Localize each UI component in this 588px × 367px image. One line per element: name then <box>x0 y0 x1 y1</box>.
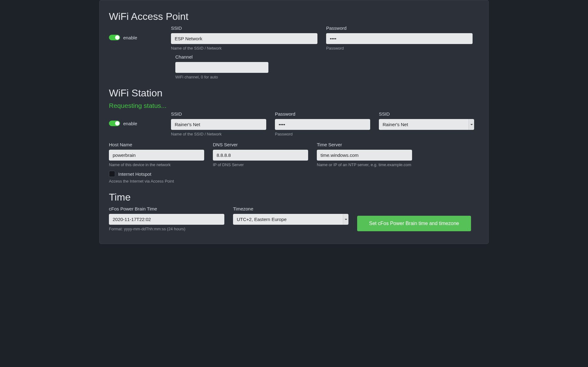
device-time-label: cFos Power Brain Time <box>109 206 224 211</box>
ap-ssid-input[interactable] <box>171 33 317 44</box>
timeserver-input[interactable] <box>317 150 412 161</box>
dns-input[interactable] <box>213 150 308 161</box>
timeserver-help: Name or IP of an NTP server, e.g. time.e… <box>317 162 412 167</box>
station-password-help: Password <box>275 132 370 136</box>
timezone-label: Timezone <box>233 206 348 211</box>
station-enable-label: enable <box>123 121 137 126</box>
hostname-label: Host Name <box>109 142 204 147</box>
ap-row-1: enable SSID Name of the SSID / Network P… <box>105 25 483 54</box>
device-time-input[interactable] <box>109 214 224 225</box>
station-enable-toggle[interactable]: enable <box>109 121 137 126</box>
ap-ssid-label: SSID <box>171 25 317 31</box>
timezone-select[interactable] <box>233 214 348 225</box>
time-row: cFos Power Brain Time Format: yyyy-mm-dd… <box>105 206 483 235</box>
station-status-text: Requesting status... <box>109 102 479 109</box>
station-ssid-help: Name of the SSID / Network <box>171 132 266 136</box>
ap-password-help: Password <box>326 46 473 51</box>
dns-label: DNS Server <box>213 142 308 147</box>
station-row-2: Host Name Name of this device in the net… <box>105 142 483 171</box>
ap-section-title: WiFi Access Point <box>109 11 479 22</box>
hostname-help: Name of this device in the network <box>109 162 204 167</box>
station-password-input[interactable] <box>275 119 370 130</box>
station-row-3: Internet Hotspot Access the Internet via… <box>105 171 483 187</box>
station-password-label: Password <box>275 111 370 117</box>
set-time-button[interactable]: Set cFos Power Brain time and timezone <box>357 216 471 231</box>
ap-password-label: Password <box>326 25 473 31</box>
station-ssid-label: SSID <box>171 111 266 117</box>
station-ssid-select-label: SSID <box>379 111 474 117</box>
config-panel: WiFi Access Point enable SSID Name of th… <box>99 0 489 244</box>
station-row-1: enable SSID Name of the SSID / Network P… <box>105 111 483 140</box>
ap-enable-label: enable <box>123 35 137 40</box>
ap-password-input[interactable] <box>326 33 473 44</box>
chevron-down-icon[interactable] <box>469 119 474 130</box>
internet-hotspot-checkbox[interactable] <box>109 171 115 177</box>
chevron-down-icon[interactable] <box>343 214 348 225</box>
station-ssid-select[interactable] <box>379 119 474 130</box>
internet-hotspot-help: Access the Internet via Access Point <box>109 179 479 184</box>
internet-hotspot-label: Internet Hotspot <box>118 171 151 177</box>
ap-channel-help: WiFi channel, 0 for auto <box>175 75 269 79</box>
timezone-select-value[interactable] <box>233 214 343 225</box>
dns-help: IP of DNS Server <box>213 162 308 167</box>
hostname-input[interactable] <box>109 150 204 161</box>
device-time-help: Format: yyyy-mm-ddThh:mm:ss (24 hours) <box>109 227 224 231</box>
time-section-title: Time <box>109 192 479 203</box>
station-ssid-select-value[interactable] <box>379 119 469 130</box>
timeserver-label: Time Server <box>317 142 412 147</box>
station-ssid-input[interactable] <box>171 119 266 130</box>
ap-channel-input[interactable] <box>175 62 268 73</box>
ap-enable-toggle[interactable]: enable <box>109 35 137 40</box>
ap-row-2: Channel WiFi channel, 0 for auto <box>171 54 483 83</box>
station-section-title: WiFi Station <box>109 87 479 99</box>
ap-ssid-help: Name of the SSID / Network <box>171 46 317 51</box>
ap-channel-label: Channel <box>175 54 269 60</box>
